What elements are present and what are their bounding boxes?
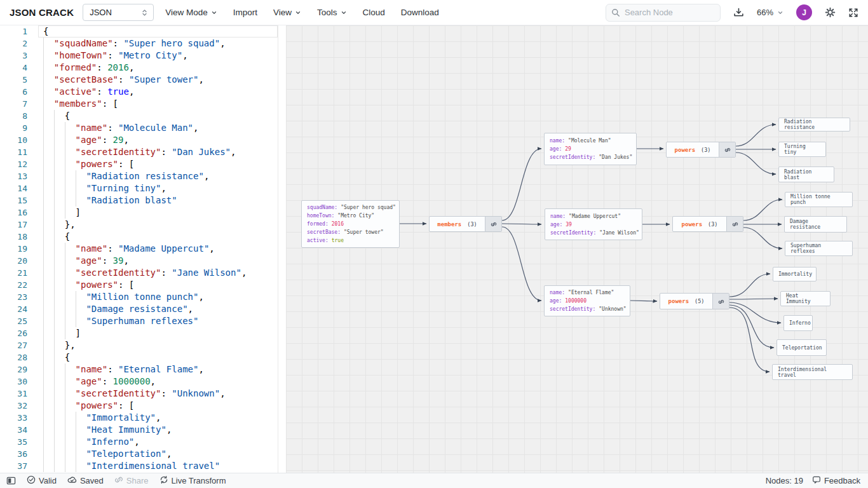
editor-line[interactable]: 20 "age": 39, (0, 255, 278, 267)
editor-line[interactable]: 1{ (0, 25, 278, 37)
code-token (43, 183, 86, 193)
expand-collapse-link-button[interactable] (712, 294, 729, 309)
download-image-icon[interactable] (733, 7, 744, 18)
live-transform-toggle[interactable]: Live Transform (159, 475, 226, 486)
share-button[interactable]: Share (114, 475, 149, 486)
node-member-molecule-man[interactable]: name:"Molecule Man" age:29 secretIdentit… (544, 133, 637, 165)
menu-tools[interactable]: Tools (317, 8, 347, 17)
node-leaf[interactable]: Interdimensional travel (772, 364, 853, 380)
editor-line[interactable]: 35 "Inferno", (0, 436, 278, 448)
editor-line[interactable]: 2 "squadName": "Super hero squad", (0, 37, 278, 50)
avatar[interactable]: J (796, 4, 812, 20)
format-select[interactable]: JSON (83, 4, 154, 21)
editor-line[interactable]: 4 "formed": 2016, (0, 62, 278, 74)
editor-line[interactable]: 17 }, (0, 219, 278, 231)
code-token: 1000000 (113, 376, 151, 386)
code-token: "secretBase" (54, 74, 118, 85)
code-token: , (198, 292, 203, 302)
node-powers-1[interactable]: powers(3) (666, 142, 736, 158)
editor-line[interactable]: 27 }, (0, 339, 278, 351)
node-leaf[interactable]: Radiation resistance (778, 118, 850, 132)
menu-import[interactable]: Import (233, 8, 257, 17)
editor-line[interactable]: 15 "Radiation blast" (0, 194, 278, 207)
editor-line[interactable]: 16 ] (0, 207, 278, 219)
node-leaf[interactable]: Turning tiny (778, 142, 826, 157)
editor-line[interactable]: 19 "name": "Madame Uppercut", (0, 243, 278, 255)
editor-line[interactable]: 7 "members": [ (0, 98, 278, 110)
editor-line[interactable]: 9 "name": "Molecule Man", (0, 122, 278, 134)
editor-line[interactable]: 18 { (0, 231, 278, 243)
node-powers-3[interactable]: powers(5) (660, 293, 729, 309)
editor-line[interactable]: 22 "powers": [ (0, 279, 278, 291)
editor-line[interactable]: 28 { (0, 351, 278, 363)
node-leaf[interactable]: Heat Immunity (780, 291, 831, 306)
code-token (43, 171, 86, 181)
node-leaf[interactable]: Immortality (773, 267, 817, 281)
code-token (43, 255, 76, 266)
valid-status[interactable]: Valid (27, 475, 57, 486)
expand-collapse-link-button[interactable] (726, 217, 743, 231)
editor-line[interactable]: 36 "Teleportation", (0, 448, 278, 460)
node-members[interactable]: members(3) (429, 216, 502, 232)
node-leaf[interactable]: Damage resistance (784, 216, 847, 233)
editor-line[interactable]: 25 "Superhuman reflexes" (0, 315, 278, 327)
editor-line[interactable]: 31 "secretIdentity": "Unknown", (0, 388, 278, 400)
node-root-object[interactable]: squadName:"Super hero squad" homeTown:"M… (301, 200, 400, 248)
editor-line[interactable]: 30 "age": 1000000, (0, 376, 278, 388)
editor-line[interactable]: 23 "Million tonne punch", (0, 291, 278, 303)
node-member-eternal-flame[interactable]: name:"Eternal Flame" age:1000000 secretI… (544, 285, 630, 316)
node-leaf[interactable]: Inferno (783, 315, 813, 331)
code-token (43, 424, 86, 435)
chevron-down-icon (295, 10, 301, 16)
node-leaf[interactable]: Radiation blast (778, 166, 834, 182)
menu-cloud[interactable]: Cloud (363, 8, 385, 17)
fullscreen-icon[interactable] (848, 8, 858, 18)
editor-line[interactable]: 34 "Heat Immunity", (0, 424, 278, 436)
node-leaf[interactable]: Superhuman reflexes (785, 241, 853, 256)
code-token: : (107, 243, 118, 254)
node-leaf[interactable]: Teleportation (776, 339, 827, 356)
editor-line[interactable]: 14 "Turning tiny", (0, 182, 278, 194)
editor-line[interactable]: 3 "homeTown": "Metro City", (0, 50, 278, 62)
line-number: 4 (0, 62, 27, 74)
code-token: "Radiation blast" (86, 195, 177, 205)
toggle-editor-panel-icon[interactable] (6, 476, 16, 485)
line-number: 7 (0, 98, 27, 110)
code-token: , (129, 86, 134, 97)
search-node-input[interactable] (625, 8, 707, 17)
node-powers-2[interactable]: powers(3) (672, 216, 743, 232)
editor-line[interactable]: 21 "secretIdentity": "Jane Wilson", (0, 267, 278, 279)
editor-line[interactable]: 12 "powers": [ (0, 158, 278, 170)
json-editor[interactable]: 1{2 "squadName": "Super hero squad",3 "h… (0, 25, 286, 473)
gear-icon[interactable] (825, 7, 836, 18)
editor-line[interactable]: 10 "age": 29, (0, 134, 278, 146)
pane-resize-handle[interactable] (278, 25, 278, 473)
expand-collapse-link-button[interactable] (485, 217, 501, 231)
saved-status[interactable]: Saved (67, 475, 104, 486)
feedback-button[interactable]: Feedback (812, 475, 860, 486)
editor-line[interactable]: 24 "Damage resistance", (0, 303, 278, 315)
node-leaf[interactable]: Million tonne punch (785, 192, 853, 207)
menu-view[interactable]: View (273, 8, 301, 17)
editor-line[interactable]: 5 "secretBase": "Super tower", (0, 74, 278, 86)
editor-line[interactable]: 37 "Interdimensional travel" (0, 460, 278, 472)
menu-download[interactable]: Download (401, 8, 439, 17)
editor-line[interactable]: 33 "Immortality", (0, 412, 278, 424)
editor-line[interactable]: 13 "Radiation resistance", (0, 170, 278, 182)
editor-line[interactable]: 11 "secretIdentity": "Dan Jukes", (0, 146, 278, 158)
refresh-icon (159, 475, 168, 486)
node-member-madame-uppercut[interactable]: name:"Madame Uppercut" age:39 secretIden… (545, 208, 642, 240)
expand-collapse-link-button[interactable] (719, 142, 735, 157)
code-token (43, 243, 76, 254)
editor-line[interactable]: 26 ] (0, 327, 278, 339)
editor-line[interactable]: 29 "name": "Eternal Flame", (0, 363, 278, 376)
line-number: 20 (0, 255, 27, 267)
editor-line[interactable]: 6 "active": true, (0, 86, 278, 98)
graph-canvas[interactable]: squadName:"Super hero squad" homeTown:"M… (286, 25, 868, 473)
zoom-control[interactable]: 66% (757, 8, 783, 17)
code-token: : (102, 135, 113, 145)
code-token: "Molecule Man" (118, 123, 193, 133)
menu-view-mode[interactable]: View Mode (165, 8, 217, 17)
editor-line[interactable]: 8 { (0, 110, 278, 122)
editor-line[interactable]: 32 "powers": [ (0, 400, 278, 412)
